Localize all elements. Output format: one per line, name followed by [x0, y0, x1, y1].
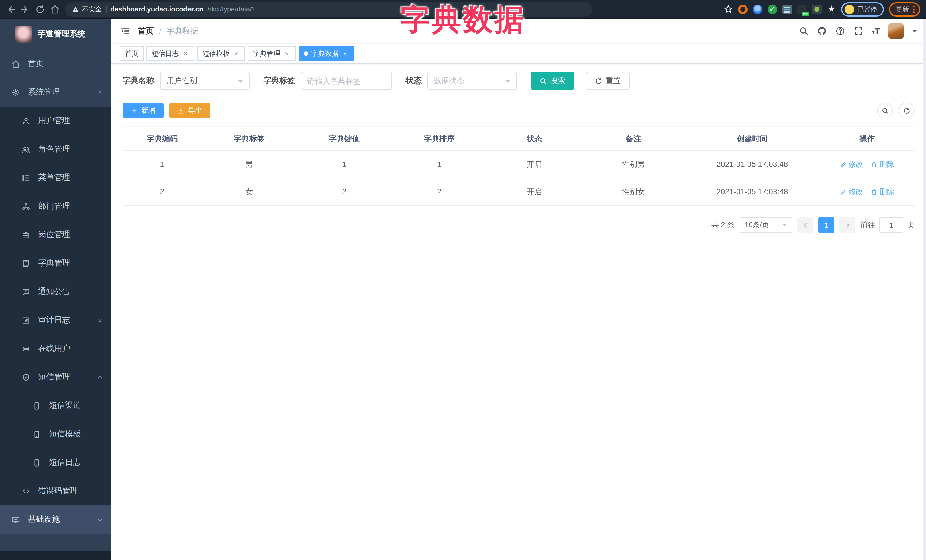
security-warning[interactable]: 不安全 — [72, 5, 102, 14]
cell-code: 1 — [123, 151, 202, 178]
close-icon[interactable]: × — [182, 50, 189, 57]
forward-icon[interactable] — [21, 4, 30, 14]
sidebar-item-notice[interactable]: 通知公告 — [0, 278, 111, 306]
url-bar[interactable]: 不安全 dashboard.yudao.iocoder.cn/dict/type… — [65, 2, 592, 16]
sidebar-item-menus[interactable]: 菜单管理 — [0, 163, 111, 192]
sidebar-item-online-users[interactable]: 在线用户 — [0, 334, 111, 363]
page-unit: 页 — [907, 220, 915, 230]
scrollbar[interactable] — [923, 19, 926, 560]
tab-sms-template[interactable]: 短信模板× — [197, 46, 245, 61]
sidebar-item-departments[interactable]: 部门管理 — [0, 192, 111, 220]
close-icon[interactable]: × — [233, 50, 240, 57]
tab-dict-data[interactable]: 字典数据× — [299, 46, 354, 61]
breadcrumb-home[interactable]: 首页 — [138, 26, 154, 36]
sidebar-item-system[interactable]: 系统管理 — [0, 78, 111, 107]
edit-button[interactable]: 修改 — [840, 187, 863, 197]
extension-icon-6[interactable] — [812, 4, 822, 14]
cell-remark: 性别男 — [582, 151, 685, 178]
font-size-icon[interactable]: тT — [872, 27, 880, 35]
delete-button[interactable]: 删除 — [871, 159, 894, 169]
add-button[interactable]: 新增 — [123, 103, 163, 118]
help-icon[interactable] — [835, 26, 845, 36]
sidebar-item-sms[interactable]: 短信管理 — [0, 363, 111, 391]
bookmark-star-icon[interactable] — [723, 5, 732, 14]
update-button[interactable]: 更新 — [889, 2, 920, 16]
dict-label-input[interactable] — [307, 77, 386, 85]
chevron-down-icon — [97, 317, 103, 323]
extension-icon-5[interactable]: on — [797, 4, 806, 14]
topbar: 首页 / 字典数据 тT — [111, 19, 926, 44]
sidebar-item-label: 字典管理 — [38, 258, 103, 268]
status-select[interactable]: 数据状态 — [427, 72, 517, 90]
cell-status: 开启 — [487, 178, 582, 205]
refresh-table-button[interactable] — [899, 103, 915, 118]
extension-icon-4[interactable] — [782, 4, 792, 14]
sidebar-logo-row[interactable]: 芋道管理系统 — [0, 19, 111, 50]
chevron-down-icon — [97, 516, 103, 523]
sidebar-item-home[interactable]: 首页 — [0, 50, 111, 78]
sidebar-item-sms-template[interactable]: 短信模板 — [0, 420, 111, 448]
current-page[interactable]: 1 — [818, 217, 834, 233]
goto-page-input[interactable] — [879, 217, 903, 233]
tab-label: 字典管理 — [253, 49, 280, 58]
goto-label: 前往 — [861, 220, 875, 230]
pencil-icon — [840, 161, 846, 168]
sidebar-item-label: 角色管理 — [38, 144, 103, 154]
col-header: 字典排序 — [392, 127, 487, 151]
avatar[interactable] — [888, 23, 904, 39]
extension-icon-2[interactable] — [752, 4, 762, 14]
dict-name-select[interactable]: 用户性别 — [160, 72, 250, 90]
reload-icon[interactable] — [35, 4, 45, 14]
export-button[interactable]: 导出 — [169, 103, 210, 118]
tags-view-bar: 首页 短信日志× 短信模板× 字典管理× 字典数据× — [111, 44, 926, 64]
reset-button[interactable]: 重置 — [586, 72, 630, 90]
col-header: 状态 — [487, 127, 582, 151]
sidebar-item-audit-log[interactable]: 审计日志 — [0, 306, 111, 334]
sidebar-item-dict[interactable]: 字典管理 — [0, 249, 111, 278]
tab-sms-log[interactable]: 短信日志× — [147, 46, 194, 61]
cell-created: 2021-01-05 17:03:48 — [685, 178, 820, 205]
search-button[interactable]: 搜索 — [531, 72, 574, 90]
profile-chip[interactable]: 已暂停 — [841, 2, 884, 16]
sidebar-item-roles[interactable]: 角色管理 — [0, 135, 111, 163]
prev-page-button[interactable] — [797, 217, 813, 233]
page-size-select[interactable]: 10条/页 — [740, 217, 792, 233]
next-page-button[interactable] — [840, 217, 855, 233]
refresh-icon — [595, 77, 602, 85]
sidebar-item-sms-channel[interactable]: 短信渠道 — [0, 391, 111, 420]
chevron-left-icon — [802, 222, 808, 228]
cell-status: 开启 — [487, 151, 582, 178]
edit-button[interactable]: 修改 — [840, 159, 863, 169]
toggle-search-button[interactable] — [877, 103, 893, 118]
extension-icon-7[interactable] — [826, 5, 836, 14]
sidebar-item-sms-log[interactable]: 短信日志 — [0, 448, 111, 477]
delete-label: 删除 — [879, 159, 894, 169]
tab-dict-manage[interactable]: 字典管理× — [248, 46, 296, 61]
active-dot — [304, 51, 308, 56]
fullscreen-icon[interactable] — [853, 26, 863, 36]
sidebar-item-users[interactable]: 用户管理 — [0, 107, 111, 135]
extension-icon-3[interactable]: ✓ — [767, 4, 777, 14]
close-icon[interactable]: × — [283, 50, 291, 57]
home-nav-icon[interactable] — [50, 4, 60, 14]
chevron-down-icon — [238, 80, 243, 85]
breadcrumb: 首页 / 字典数据 — [138, 26, 198, 36]
sidebar-item-infrastructure[interactable]: 基础设施 — [0, 505, 111, 534]
sidebar-item-posts[interactable]: 岗位管理 — [0, 220, 111, 249]
extension-icon-1[interactable] — [738, 4, 747, 14]
avatar-caret-icon[interactable] — [912, 30, 917, 35]
close-icon[interactable]: × — [341, 50, 349, 57]
collapse-sidebar-icon[interactable] — [120, 26, 130, 36]
back-icon[interactable] — [6, 4, 15, 14]
browser-menu-icon[interactable] — [913, 5, 915, 13]
profile-emoji — [844, 4, 854, 14]
sidebar-item-error-codes[interactable]: 错误码管理 — [0, 477, 111, 505]
cell-created: 2021-01-05 17:03:48 — [685, 151, 820, 178]
search-icon[interactable] — [799, 26, 809, 36]
user-icon — [22, 116, 30, 125]
tab-home[interactable]: 首页 — [120, 46, 144, 61]
cell-value: 1 — [297, 151, 392, 178]
github-icon[interactable] — [817, 26, 827, 36]
delete-button[interactable]: 删除 — [871, 187, 894, 197]
sidebar-item-label: 错误码管理 — [38, 486, 103, 496]
